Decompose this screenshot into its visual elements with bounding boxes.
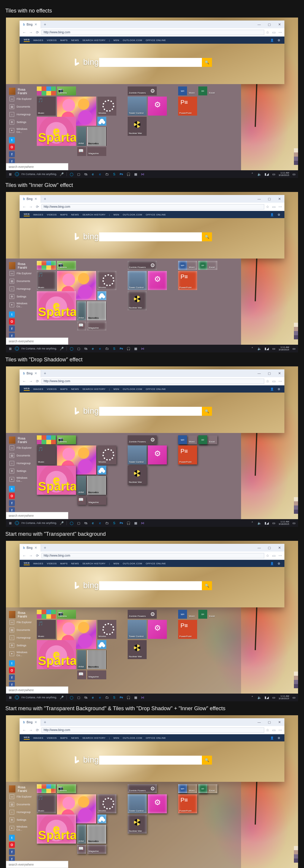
visualstudio-taskbar-icon[interactable]: ⋈ — [140, 696, 145, 700]
action-center-icon[interactable]: ▭ — [292, 172, 296, 176]
tile-excel-label[interactable]: Excel — [198, 610, 217, 619]
bing-nav-images[interactable]: IMAGES — [33, 562, 43, 565]
skype-taskbar-icon[interactable]: S — [112, 347, 117, 350]
tile-settings-pink[interactable] — [148, 271, 167, 290]
bing-nav-news[interactable]: NEWS — [71, 737, 79, 739]
battery-icon[interactable]: ▭ — [271, 347, 276, 351]
tile-tower-control[interactable]: Tower Control — [128, 794, 147, 813]
taskbar-clock[interactable]: 1:11 AM 3/18/2015 — [278, 346, 289, 351]
ie-taskbar-icon[interactable]: e — [91, 172, 95, 176]
tile-zombie-flowers[interactable]: Zombie Flowers — [128, 261, 157, 270]
cortana-icon[interactable]: ◯ — [69, 347, 74, 351]
visualstudio-taskbar-icon[interactable]: ⋈ — [140, 172, 145, 176]
tile-music[interactable]: 🎵 Music — [37, 794, 56, 813]
bing-nav-outlook[interactable]: OUTLOOK.COM — [123, 737, 142, 739]
tile-barcodes[interactable]: Barcodes — [87, 301, 106, 320]
taskview-icon[interactable]: ▢ — [76, 172, 81, 176]
bing-nav-web[interactable]: WEB — [24, 387, 30, 391]
tile-artist[interactable]: Artist — [77, 127, 86, 146]
more-icon[interactable]: ⋯ — [278, 728, 282, 732]
cortana-circle-icon[interactable]: ◯ — [15, 521, 19, 525]
bing-nav-office[interactable]: OFFICE ONLINE — [146, 737, 166, 739]
sidebar-item-explorer[interactable]: ▭ File Explorer — [9, 95, 34, 102]
bing-settings-icon[interactable]: ⚙ — [278, 213, 280, 216]
bing-nav-outlook[interactable]: OUTLOOK.COM — [123, 388, 142, 391]
bing-search-button[interactable]: 🔍 — [202, 756, 212, 765]
tile-weather[interactable] — [97, 117, 106, 126]
forward-button[interactable]: → — [29, 728, 33, 732]
new-tab-button[interactable]: + — [41, 195, 49, 203]
bing-nav-office[interactable]: OFFICE ONLINE — [146, 39, 166, 41]
bing-nav-news[interactable]: NEWS — [71, 213, 79, 216]
sidebar-item-settings[interactable]: ⚙ Settings — [9, 642, 34, 649]
tile-powerpoint[interactable]: P≡ PowerPoint — [178, 271, 197, 290]
sidebar-item-windowsco[interactable]: ✦ Windows Co... — [9, 301, 34, 309]
photoshop-taskbar-icon[interactable]: Ps — [119, 347, 124, 350]
tile-movies[interactable]: Movies — [97, 620, 116, 639]
tile-barcodes[interactable]: Barcodes — [87, 650, 106, 669]
bing-search-input[interactable] — [99, 232, 202, 241]
bing-search-input[interactable] — [99, 58, 202, 67]
bing-search-button[interactable]: 🔍 — [202, 232, 212, 241]
tile-magazine[interactable]: Magazine — [87, 671, 106, 679]
sidebar-item-windowsco[interactable]: ✦ Windows Co... — [9, 126, 34, 134]
bing-nav-web[interactable]: WEB — [24, 736, 30, 740]
close-window-button[interactable]: ✕ — [274, 195, 284, 203]
forward-button[interactable]: → — [29, 205, 33, 209]
bing-nav-history[interactable]: SEARCH HISTORY — [82, 213, 106, 216]
tile-magazine[interactable]: Magazine — [87, 845, 106, 854]
minimize-button[interactable]: — — [254, 544, 264, 552]
photoshop-taskbar-icon[interactable]: Ps — [119, 696, 124, 699]
url-field[interactable]: http://www.bing.com — [41, 30, 264, 35]
tile-music[interactable]: 🎵 Music — [37, 620, 56, 639]
maximize-button[interactable]: ▢ — [264, 369, 274, 377]
tile-spartan[interactable]: e Spartan — [37, 466, 76, 495]
close-tab-icon[interactable]: ✕ — [34, 546, 37, 550]
new-tab-button[interactable]: + — [41, 718, 49, 726]
url-field[interactable]: http://www.bing.com — [41, 727, 264, 733]
maximize-button[interactable]: ▢ — [264, 21, 274, 28]
tile-magazine-sm[interactable]: 📖 — [77, 147, 86, 156]
forward-button[interactable]: → — [29, 554, 33, 558]
tile-photos[interactable] — [37, 435, 56, 444]
tile-tower-control[interactable]: Tower Control — [128, 271, 147, 290]
sidebar-item-settings[interactable]: ⚙ Settings — [9, 816, 34, 824]
more-icon[interactable]: ⋯ — [278, 554, 282, 558]
tile-artist[interactable]: Artist — [77, 825, 86, 844]
maximize-button[interactable]: ▢ — [264, 195, 274, 203]
favorite-icon[interactable]: ☆ — [266, 30, 269, 34]
tile-excel-label[interactable]: Excel — [198, 435, 217, 444]
browser-tab-bing[interactable]: b Bing ✕ — [20, 369, 41, 377]
headphones-taskbar-icon[interactable]: 🎧 — [126, 521, 131, 525]
bing-settings-icon[interactable]: ⚙ — [278, 388, 280, 391]
bing-nav-msn[interactable]: MSN — [113, 562, 119, 565]
start-user[interactable]: Rosa Farahi — [9, 785, 34, 793]
bing-search-button[interactable]: 🔍 — [202, 58, 212, 67]
favorite-icon[interactable]: ☆ — [266, 379, 269, 383]
bing-nav-videos[interactable]: VIDEOS — [47, 213, 57, 216]
close-tab-icon[interactable]: ✕ — [34, 197, 37, 201]
tile-photos[interactable] — [37, 610, 56, 619]
bing-nav-msn[interactable]: MSN — [113, 737, 119, 739]
tile-camera[interactable]: 📷 Camera — [57, 784, 76, 793]
bing-nav-videos[interactable]: VIDEOS — [47, 388, 57, 391]
pinned-twitter[interactable]: t — [9, 486, 15, 492]
bing-nav-images[interactable]: IMAGES — [33, 213, 43, 216]
tile-powerpoint[interactable]: P≡ PowerPoint — [178, 445, 197, 464]
bing-nav-history[interactable]: SEARCH HISTORY — [82, 388, 106, 391]
mic-icon[interactable]: 🎤 — [59, 521, 64, 525]
pinned-app-red[interactable]: O — [9, 318, 15, 324]
tile-artist[interactable]: Artist — [77, 476, 86, 495]
pinned-app-red[interactable]: O — [9, 493, 15, 499]
bing-nav-history[interactable]: SEARCH HISTORY — [82, 39, 106, 41]
new-tab-button[interactable]: + — [41, 21, 49, 28]
sidebar-item-homegroup[interactable]: ⌂ Homegroup — [9, 634, 34, 641]
tile-powerpoint[interactable]: P≡ PowerPoint — [178, 794, 197, 813]
action-center-icon[interactable]: ▭ — [292, 347, 296, 351]
edge-taskbar-icon[interactable]: e — [98, 347, 102, 350]
minimize-button[interactable]: — — [254, 369, 264, 377]
tile-settings-pink[interactable] — [148, 794, 167, 813]
search-everywhere-input[interactable] — [6, 163, 68, 170]
sidebar-item-homegroup[interactable]: ⌂ Homegroup — [9, 111, 34, 118]
store-icon[interactable]: 🛍 — [83, 347, 88, 350]
